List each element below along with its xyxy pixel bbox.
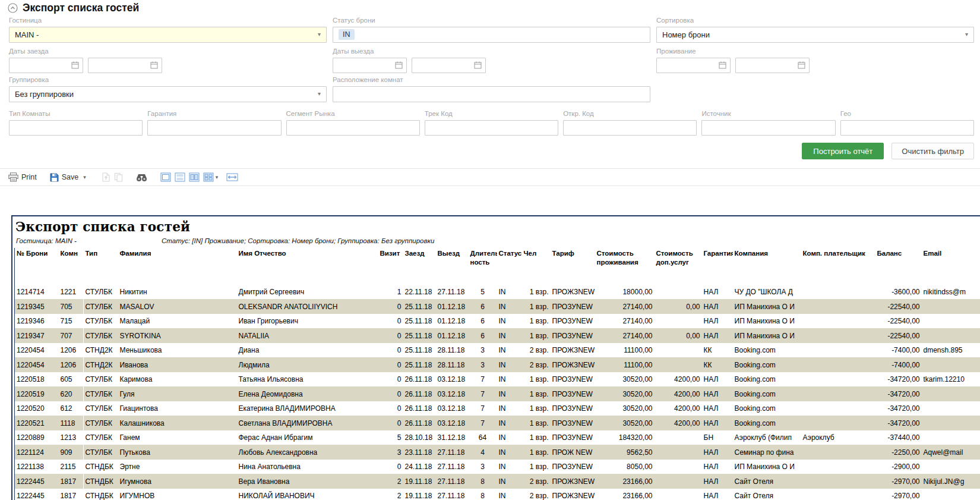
stay-date-from-input[interactable] bbox=[656, 58, 731, 73]
table-cell: 1 взр. bbox=[522, 285, 551, 300]
room-location-input[interactable] bbox=[333, 86, 650, 102]
table-cell: НАЛ bbox=[702, 299, 733, 314]
arrival-date-to-input[interactable] bbox=[88, 58, 162, 73]
departure-date-to-input[interactable] bbox=[412, 58, 486, 73]
stay-dates-label: Проживание bbox=[656, 48, 974, 55]
table-cell: 1 взр. bbox=[522, 430, 551, 445]
table-cell: Каримова bbox=[118, 372, 237, 387]
view-grid-icon[interactable] bbox=[203, 172, 214, 182]
view-single-page-icon[interactable] bbox=[160, 172, 171, 182]
print-button[interactable]: Print bbox=[8, 172, 37, 182]
source-field: Источник bbox=[701, 111, 835, 136]
open-code-field: Откр. Код bbox=[563, 111, 697, 136]
arrival-date-from-input[interactable] bbox=[9, 58, 83, 73]
view-continuous-icon[interactable] bbox=[175, 172, 185, 182]
table-cell bbox=[922, 430, 980, 445]
report-toolbar: Print Save ▾ bbox=[0, 168, 980, 186]
table-cell: 26.11.18 bbox=[403, 386, 436, 401]
table-cell: 2 bbox=[378, 489, 403, 500]
screen: Экспорт списка гостей Гостиница MAIN - ▾… bbox=[0, 0, 980, 500]
table-cell: 1220454 bbox=[15, 357, 59, 372]
table-cell bbox=[655, 357, 702, 372]
table-cell: СТУЛБК bbox=[84, 416, 118, 430]
table-cell: 3 bbox=[469, 343, 497, 358]
printer-icon bbox=[8, 172, 18, 182]
source-input[interactable] bbox=[701, 120, 835, 136]
track-code-input[interactable] bbox=[425, 120, 558, 136]
table-cell: 3 bbox=[469, 460, 497, 474]
table-cell: Эртне bbox=[118, 460, 237, 474]
table-cell: НАЛ bbox=[702, 386, 733, 401]
guarantee-input[interactable] bbox=[147, 120, 281, 136]
col-header-lastname: Фамилия bbox=[118, 248, 237, 285]
table-cell: 1220519 bbox=[15, 386, 59, 401]
open-code-input[interactable] bbox=[563, 120, 697, 136]
status-label: Статус брони bbox=[333, 17, 650, 24]
table-cell bbox=[801, 460, 875, 474]
table-cell: ПРОЖЗNEW bbox=[551, 474, 595, 489]
room-location-label: Расположение комнат bbox=[333, 77, 650, 84]
geo-input[interactable] bbox=[840, 120, 974, 136]
table-cell bbox=[655, 445, 702, 460]
arrival-dates-label: Даты заезда bbox=[9, 48, 327, 55]
table-cell: 11100,00 bbox=[595, 343, 655, 358]
departure-date-from-input[interactable] bbox=[333, 58, 407, 73]
table-cell: СТУЛБК bbox=[84, 314, 118, 329]
page-width-icon[interactable] bbox=[226, 172, 238, 182]
table-cell: Ферас Аднан Ибрагим bbox=[237, 430, 378, 445]
table-cell: 1220521 bbox=[15, 416, 59, 430]
table-row: 1220519620СТУЛБКГуляЕлена Деомидовна026.… bbox=[15, 386, 980, 401]
table-cell: 01.12.18 bbox=[436, 299, 469, 314]
table-cell: Малацай bbox=[118, 314, 237, 329]
table-cell: 1213 bbox=[59, 430, 84, 445]
table-cell: 25.11.18 bbox=[403, 299, 436, 314]
view-facing-pages-icon[interactable] bbox=[189, 172, 200, 182]
save-label: Save bbox=[62, 173, 79, 181]
grouping-select[interactable]: Без группировки ▾ bbox=[9, 86, 327, 102]
table-row: 1220520612СТУЛБКГиацинтоваЕкатерина ВЛАД… bbox=[15, 401, 980, 416]
table-cell: 0 bbox=[378, 401, 403, 416]
table-cell: Booking.com bbox=[733, 372, 801, 387]
sort-select[interactable]: Номер брони ▾ bbox=[656, 27, 974, 43]
table-cell: НАЛ bbox=[702, 460, 733, 474]
table-cell: НАЛ bbox=[702, 474, 733, 489]
search-icon[interactable] bbox=[136, 173, 147, 182]
table-cell bbox=[801, 343, 875, 358]
table-cell: Игумнова bbox=[118, 474, 237, 489]
stay-date-to-input[interactable] bbox=[735, 58, 810, 73]
table-cell: НИКОЛАЙ ИВАНОВИЧ bbox=[237, 489, 378, 500]
table-cell: 0 bbox=[378, 416, 403, 430]
table-cell: 0,00 bbox=[655, 328, 702, 343]
table-cell: IN bbox=[497, 357, 522, 372]
table-cell: 25.11.18 bbox=[403, 314, 436, 329]
table-cell: НАЛ bbox=[702, 416, 733, 430]
table-cell: 03.12.18 bbox=[436, 372, 469, 387]
chevron-down-icon: ▾ bbox=[965, 32, 968, 37]
table-cell: 909 bbox=[59, 445, 84, 460]
table-row: 12224451817СТНДБКИГУМНОВНИКОЛАЙ ИВАНОВИЧ… bbox=[15, 489, 980, 500]
hotel-select[interactable]: MAIN - ▾ bbox=[9, 27, 327, 43]
table-cell: 1214714 bbox=[15, 285, 59, 300]
table-cell: dmensh.895 bbox=[922, 343, 980, 358]
open-code-label: Откр. Код bbox=[563, 111, 697, 118]
table-cell: Booking.com bbox=[733, 401, 801, 416]
save-button[interactable]: Save ▾ bbox=[50, 173, 86, 182]
build-report-button[interactable]: Построить отчёт bbox=[802, 143, 884, 159]
table-cell: ПРОЗУNEW bbox=[551, 314, 595, 329]
table-cell: 705 bbox=[59, 299, 84, 314]
market-segment-input[interactable] bbox=[286, 120, 420, 136]
filter-row-2: Даты заезда Даты выезда bbox=[9, 48, 974, 73]
clear-filter-button[interactable]: Очистить фильтр bbox=[892, 143, 974, 159]
status-chip[interactable]: IN bbox=[339, 29, 355, 40]
table-cell: СТУЛБК bbox=[84, 401, 118, 416]
table-cell: ПРОЗУNEW bbox=[551, 328, 595, 343]
status-input[interactable]: IN bbox=[333, 27, 650, 43]
table-cell: ПРОЖЗNEW bbox=[551, 489, 595, 500]
table-cell: Иван Григорьевич bbox=[237, 314, 378, 329]
room-type-input[interactable] bbox=[9, 120, 143, 136]
collapse-panel-icon[interactable] bbox=[8, 3, 18, 13]
table-cell: НАЛ bbox=[702, 328, 733, 343]
table-cell: 1 взр. bbox=[522, 401, 551, 416]
table-cell: 1219346 bbox=[15, 314, 59, 329]
view-mode-caret-icon[interactable]: ▾ bbox=[216, 174, 219, 180]
